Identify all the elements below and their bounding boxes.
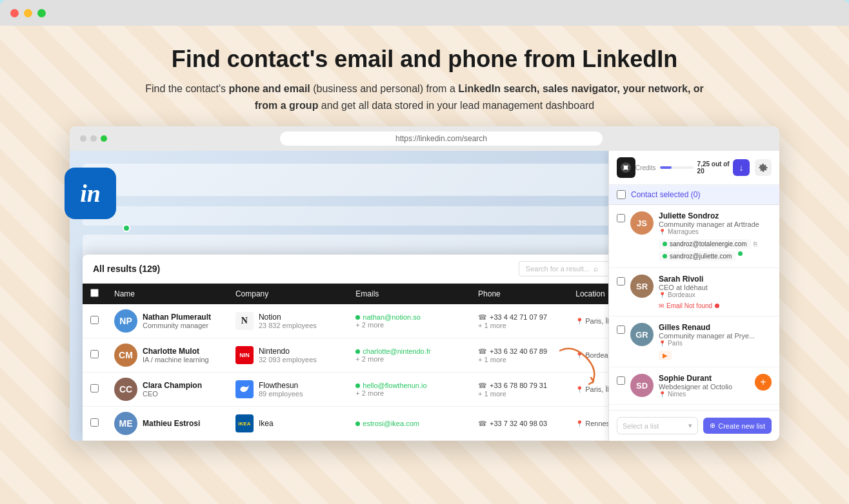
company-logo: N	[235, 312, 254, 330]
create-list-button[interactable]: ⊕ Create new list	[703, 418, 772, 434]
ext-contact-role: Webdesigner at Octolio	[659, 383, 750, 391]
person-title: CEO	[143, 390, 202, 398]
url-bar[interactable]: https://linkedin.com/search	[280, 131, 603, 146]
email-link[interactable]: nathan@notion.so	[363, 313, 420, 321]
table-row: CC Clara Champion CEO Flowthesun 89 empl…	[83, 373, 663, 407]
more-emails-link[interactable]: + 2 more	[355, 355, 463, 363]
person-name: Charlotte Mulot	[143, 347, 209, 356]
browser-dot-1	[80, 135, 86, 142]
ext-avatar: SR	[630, 275, 654, 298]
row-company-cell: NIN Nintendo 32 093 employees	[228, 338, 348, 373]
search-icon: ⌕	[594, 264, 598, 273]
row-checkbox-cell	[83, 373, 106, 407]
col-emails-header: Emails	[348, 284, 470, 304]
more-emails-link[interactable]: + 2 more	[355, 389, 463, 397]
ext-contact-location: 📍 Bordeaux	[659, 291, 772, 298]
row-name-cell: CC Clara Champion CEO	[106, 373, 228, 407]
envelope-icon: ✉	[659, 302, 664, 309]
ext-contact-checkbox-1[interactable]	[617, 277, 625, 286]
ext-email-tag: sandroz@totalenergie.com	[659, 239, 751, 249]
more-phones-link[interactable]: + 1 more	[478, 356, 560, 363]
email2-dot	[738, 251, 743, 256]
browser-dot-2	[90, 135, 97, 142]
ext-contact-name: Juliette Sondroz	[659, 211, 772, 220]
email-not-found: ✉ Email Not found	[659, 302, 719, 309]
table-row: CM Charlotte Mulot IA / machine learning…	[83, 338, 663, 373]
results-panel: All results (129) Search for a result...…	[83, 255, 663, 441]
ext-header: Credits 7,25 out of 20 ↓	[609, 151, 779, 185]
row-checkbox-cell	[83, 338, 106, 373]
online-indicator	[123, 224, 130, 232]
add-contact-button[interactable]: +	[755, 374, 772, 391]
credits-label: Credits	[635, 164, 656, 171]
more-phones-link[interactable]: + 1 more	[478, 390, 560, 398]
credits-count: 7,25 out of 20	[697, 160, 733, 175]
phone-icon: ☎	[478, 382, 487, 390]
maximize-button[interactable]	[37, 9, 46, 17]
results-count: All results (129)	[93, 264, 160, 274]
ext-settings-icon[interactable]	[755, 159, 772, 176]
ext-action-icon[interactable]: ↓	[733, 159, 750, 176]
ext-contact-checkbox-0[interactable]	[617, 214, 625, 222]
select-all-checkbox[interactable]	[90, 289, 99, 297]
col-check-header	[83, 284, 106, 304]
header-section: Find contact's email and phone from Link…	[13, 45, 836, 113]
row-phone-cell: ☎ +33 6 78 80 79 31 + 1 more	[470, 373, 568, 407]
linkedin-logo: in	[65, 168, 116, 219]
person-title: IA / machine learning	[143, 356, 209, 363]
browser-dot-3	[101, 135, 107, 142]
ext-contact-data: ▶	[659, 351, 772, 360]
row-checkbox-2[interactable]	[90, 384, 99, 393]
more-phones-link[interactable]: + 1 more	[478, 322, 560, 329]
col-name-header: Name	[106, 284, 228, 304]
phone-number: +33 4 42 71 07 97	[490, 313, 547, 321]
row-checkbox-3[interactable]	[90, 418, 99, 427]
email-link[interactable]: charlotte@nintendo.fr	[363, 347, 430, 355]
email-link[interactable]: estrosi@ikea.com	[363, 420, 419, 427]
row-company-cell: Flowthesun 89 employees	[228, 373, 348, 407]
ext-logo	[617, 157, 635, 178]
ext-contact-location: 📍 Marragues	[659, 228, 772, 235]
contact-selected-text: Contact selected (0)	[631, 190, 700, 199]
search-box[interactable]: Search for a result... ⌕	[519, 261, 609, 276]
email-dot	[355, 383, 360, 388]
action-icon-tag[interactable]: ▶	[659, 351, 672, 360]
ext-contact-checkbox-3[interactable]	[617, 376, 625, 385]
email-status-dot	[663, 242, 667, 246]
more-emails-link[interactable]: + 2 more	[355, 321, 463, 329]
minimize-button[interactable]	[24, 9, 32, 17]
not-found-dot	[715, 304, 719, 308]
row-company-cell: N Notion 23 832 employees	[228, 304, 348, 338]
location-pin-icon: 📍	[659, 340, 666, 347]
row-checkbox-0[interactable]	[90, 316, 99, 324]
row-email-cell: hello@flowthenun.io + 2 more	[348, 373, 470, 407]
results-table: Name Company Emails Phone Location NP Na…	[83, 284, 663, 441]
company-logo	[235, 380, 254, 398]
contact-select-checkbox[interactable]	[617, 190, 626, 199]
copy-icon-wrap[interactable]: ⎘	[754, 239, 757, 249]
plus-icon: ⊕	[710, 422, 715, 430]
location-pin-icon: 📍	[659, 292, 666, 298]
email-link[interactable]: hello@flowthenun.io	[363, 382, 426, 389]
table-row: NP Nathan Plumerault Community manager N…	[83, 304, 663, 338]
ext-logo-icon	[619, 161, 632, 174]
results-header: All results (129) Search for a result...…	[83, 255, 663, 284]
col-company-header: Company	[228, 284, 348, 304]
email2-status-dot	[663, 254, 667, 258]
ext-contact-data: ✉ Email Not found	[659, 302, 772, 309]
row-email-cell: nathan@notion.so + 2 more	[348, 304, 470, 338]
location-icon: 📍	[575, 386, 583, 393]
ext-contact-checkbox-2[interactable]	[617, 325, 625, 334]
col-phone-header: Phone	[470, 284, 568, 304]
list-select[interactable]: Select a list ▾	[617, 417, 698, 434]
contact-selected-bar: Contact selected (0)	[609, 185, 779, 205]
row-company-cell: IKEA Ikea	[228, 407, 348, 441]
company-name: Nintendo	[259, 347, 317, 356]
ext-contact-location: 📍 Paris	[659, 340, 772, 347]
credits-bar	[660, 166, 694, 169]
row-checkbox-1[interactable]	[90, 350, 99, 358]
company-employees: 89 employees	[259, 390, 303, 398]
row-checkbox-cell	[83, 407, 106, 441]
phone-icon: ☎	[478, 347, 487, 356]
close-button[interactable]	[10, 9, 19, 17]
